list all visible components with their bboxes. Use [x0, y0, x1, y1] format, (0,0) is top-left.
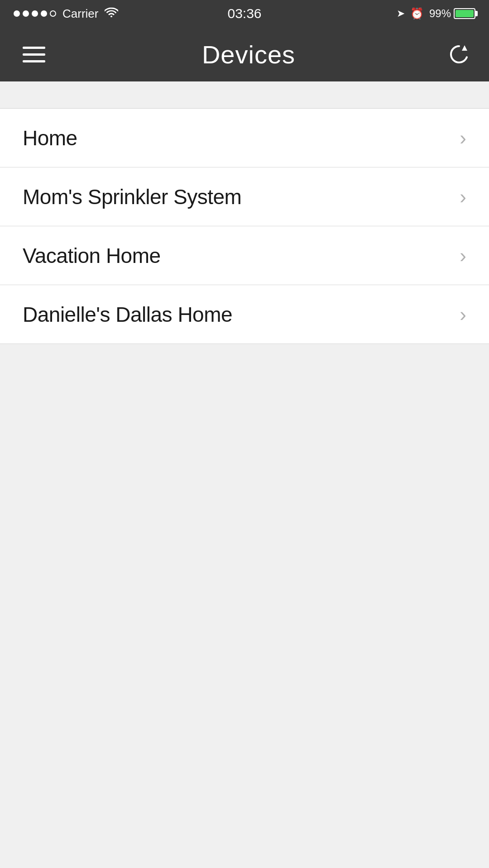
- hamburger-line-1: [23, 47, 45, 49]
- chevron-icon-2: ›: [460, 187, 466, 207]
- signal-dot-5: [50, 10, 56, 17]
- chevron-icon-4: ›: [460, 305, 466, 324]
- bottom-area: [0, 344, 489, 868]
- signal-dot-4: [41, 10, 47, 17]
- device-list-item-4[interactable]: Danielle's Dallas Home›: [0, 285, 489, 344]
- device-name-4: Danielle's Dallas Home: [23, 302, 232, 327]
- status-left: Carrier: [14, 7, 118, 21]
- chevron-icon-1: ›: [460, 128, 466, 148]
- content-area: Home›Mom's Sprinkler System›Vacation Hom…: [0, 81, 489, 868]
- signal-dot-2: [23, 10, 29, 17]
- status-bar: Carrier 03:36 ➤ ⏰ 99%: [0, 0, 489, 27]
- device-list: Home›Mom's Sprinkler System›Vacation Hom…: [0, 109, 489, 344]
- wifi-icon: [105, 7, 118, 20]
- device-name-3: Vacation Home: [23, 243, 161, 268]
- signal-dot-1: [14, 10, 20, 17]
- battery-percent: 99%: [429, 7, 451, 20]
- location-icon: ➤: [397, 8, 405, 19]
- hamburger-menu-button[interactable]: [18, 42, 50, 67]
- device-list-item-2[interactable]: Mom's Sprinkler System›: [0, 167, 489, 226]
- signal-dots: [14, 10, 56, 17]
- battery-fill: [455, 10, 474, 17]
- hamburger-line-2: [23, 53, 45, 56]
- carrier-label: Carrier: [62, 7, 98, 21]
- chevron-icon-3: ›: [460, 246, 466, 266]
- top-spacer: [0, 81, 489, 109]
- svg-marker-0: [462, 45, 467, 51]
- hamburger-line-3: [23, 60, 45, 62]
- nav-bar: Devices: [0, 27, 489, 81]
- battery-container: 99%: [429, 7, 475, 20]
- status-time: 03:36: [227, 6, 261, 21]
- refresh-button[interactable]: [447, 43, 471, 66]
- signal-dot-3: [32, 10, 38, 17]
- device-name-1: Home: [23, 126, 77, 150]
- status-right: ➤ ⏰ 99%: [397, 7, 475, 20]
- page-title: Devices: [202, 40, 295, 69]
- device-list-item-3[interactable]: Vacation Home›: [0, 226, 489, 285]
- alarm-icon: ⏰: [410, 7, 424, 20]
- device-list-item-1[interactable]: Home›: [0, 109, 489, 167]
- device-name-2: Mom's Sprinkler System: [23, 185, 241, 209]
- battery-icon: [454, 8, 475, 19]
